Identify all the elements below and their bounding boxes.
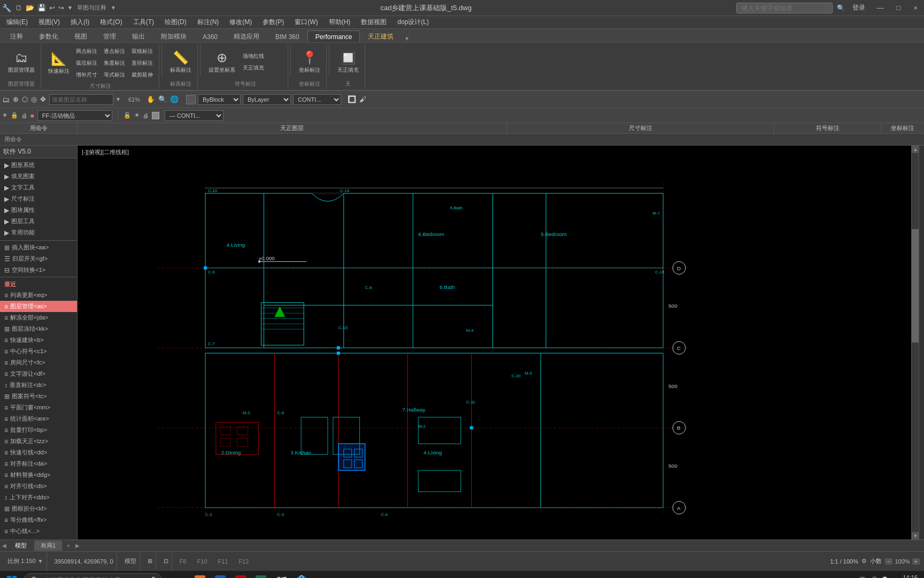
menu-window[interactable]: 窗口(W) [289,17,323,28]
menu-data-view[interactable]: 数据视图 [356,17,392,28]
taskbar-mic-icon[interactable]: 🎤 [147,576,156,579]
set-coord-btn[interactable]: ⊕ 设置坐标系 [206,49,238,75]
status-dyn[interactable]: F12 [235,558,252,565]
tab-parametric[interactable]: 参数化 [31,31,66,42]
layer2-print-icon[interactable]: 🖨 [143,112,149,119]
sidebar-item-freeze-layer[interactable]: ⊞ 图层冻结<kk> [0,323,77,334]
scroll-thumb-right[interactable] [912,229,919,343]
equal-annotate-btn[interactable]: 等式标注 [101,70,128,80]
status-polar[interactable]: F10 [194,558,210,565]
sidebar-item-quick-leader[interactable]: ≡ 快速引线<dd> [0,447,77,458]
minimize-button[interactable]: — [873,4,888,12]
layer-dropdown-arrow[interactable]: ▼ [116,96,121,102]
sidebar-item-centerline[interactable]: ≡ 中心线<...> [0,526,77,537]
taskbar-app-ps[interactable]: P [231,572,250,579]
color-swatch[interactable] [186,95,196,104]
layer2-linetype-select[interactable]: — CONTI... [165,110,224,121]
point-annotate-btn[interactable]: 逐点标注 [101,46,128,57]
canvas-tab-next[interactable]: ▶ [75,543,80,549]
transparency-icon[interactable]: 🔳 [348,95,356,103]
menu-annotate[interactable]: 标注(N) [192,17,225,28]
layer2-color-swatch[interactable] [152,112,159,119]
gear-icon[interactable]: ⚙ [861,558,867,565]
sidebar-item-layer-manage[interactable]: ≡ 图层管理<as> [0,301,77,312]
sidebar-item-align-leader[interactable]: ≡ 对齐引线<ds> [0,481,77,492]
sidebar-item-area-stats[interactable]: ≡ 统计面积<are> [0,413,77,424]
taskbar-app-folder[interactable]: 📁 [272,572,291,579]
undo-icon[interactable]: ↩ [49,4,55,12]
tool-icon-1[interactable]: ⊕ [13,95,19,103]
title-search-input[interactable] [736,3,833,13]
layer2-icon2[interactable]: 🔒 [11,112,18,119]
diameter-annotate-btn[interactable]: 直径标注 [129,58,156,69]
maximize-button[interactable]: □ [892,4,905,12]
canvas-tab-layout1[interactable]: 布局1 [34,541,62,551]
sidebar-item-center-symbol[interactable]: ≡ 中心符号<c1> [0,346,77,357]
tab-output[interactable]: 输出 [124,31,153,42]
sidebar-item-door-window[interactable]: ≡ 平面门窗<mm> [0,402,77,413]
linetype-select[interactable]: ByLayer [243,94,291,105]
tab-more[interactable]: ▼ [404,35,410,42]
layer-name-select[interactable]: FF-活动物品 [37,110,112,121]
tab-performance[interactable]: Performance [307,31,360,42]
layer2-icon4[interactable]: ■ [30,112,34,119]
double-line-btn[interactable]: 双线标注 [129,46,156,57]
coord-annotate-btn[interactable]: 📍 坐标标注 [296,49,323,75]
sidebar-item-load-tz[interactable]: ≡ 加载天正<tzz> [0,436,77,447]
layer2-icon1[interactable]: ☀ [2,112,7,119]
zoom-minus-btn[interactable]: − [885,558,892,565]
tab-selected-apps[interactable]: 精选应用 [226,31,267,42]
taskbar-app-excel[interactable]: E [251,572,271,579]
layer2-lock-icon[interactable]: 🔓 [124,112,131,119]
two-point-annotate-btn[interactable]: 两点标注 [73,46,100,57]
canvas-tab-model[interactable]: 模型 [9,541,33,551]
sidebar-item-quick-block[interactable]: ≡ 快速建块<b> [0,334,77,346]
match-prop-icon[interactable]: 🖌 [359,95,366,103]
tab-addmodule[interactable]: 附加模块 [153,31,195,42]
start-button[interactable] [2,572,21,579]
taskbar-search[interactable]: 🔍 在这里输入你要搜索的内容 🎤 [24,573,163,579]
sidebar-item-fill[interactable]: ▶ 填充图案 [0,171,77,182]
tab-manage[interactable]: 管理 [95,31,124,42]
dropdown-arrow[interactable]: ▼ [67,5,73,11]
sidebar-item-layer-switch[interactable]: ☰ 归层开关<gf> [0,253,77,264]
tool-icon-4[interactable]: ✥ [40,95,46,103]
scale-dropdown[interactable]: ▼ [38,558,43,564]
tray-sound[interactable]: 🔊 [869,576,878,579]
taskbar-app-cad[interactable]: A [190,572,210,579]
arc-annotate-btn[interactable]: 弧弦标注 [73,58,100,69]
layer-panel-icon[interactable]: 🗂 [2,95,10,104]
site-redline-btn[interactable]: 场地红线 [240,51,267,62]
sidebar-item-block[interactable]: ▶ 图块属性 [0,204,77,216]
tab-tianzheng[interactable]: 天正建筑 [360,31,402,42]
sidebar-item-graphics[interactable]: ▶ 图形系统 [0,159,77,171]
sidebar-item-frame-split[interactable]: ⊞ 图框折分<kf> [0,503,77,514]
menu-modify[interactable]: 修改(M) [224,17,257,28]
scroll-down-btn[interactable]: ▼ [912,532,919,539]
new-icon[interactable]: 🗋 [16,4,22,12]
tool-icon-3[interactable]: ◎ [31,95,37,103]
menu-insert[interactable]: 插入(I) [65,17,95,28]
menu-format[interactable]: 格式(O) [95,17,127,28]
tz-fill-btn[interactable]: 天正填充 [240,63,267,73]
sidebar-item-dim[interactable]: ▶ 尺寸标注 [0,193,77,204]
taskbar-app-word[interactable]: W [211,572,230,579]
sidebar-item-top-bottom-align[interactable]: ↕ 上下对齐<dds> [0,492,77,503]
tray-battery[interactable]: 🔋 [880,576,889,579]
elevation-annotate-btn[interactable]: 📏 标高标注 [167,49,194,75]
menu-dop[interactable]: dop设计(L) [392,17,434,28]
sidebar-item-pattern[interactable]: ⊞ 图案符号<tc> [0,391,77,402]
menu-draw[interactable]: 绘图(D) [159,17,192,28]
sidebar-item-divide-curve[interactable]: ≡ 等分曲线<ffx> [0,514,77,526]
sidebar-item-unfreeze-all[interactable]: ≡ 解冻全部<jda> [0,312,77,323]
scroll-up-btn[interactable]: ▲ [912,146,919,153]
zoom-plus-btn[interactable]: + [912,558,920,565]
menu-params[interactable]: 参数(P) [257,17,289,28]
tool-icon-2[interactable]: ⬡ [22,95,28,103]
sidebar-item-list-update[interactable]: ≡ 列表更新<eq> [0,290,77,301]
sidebar-item-vertical-dim[interactable]: ↕ 垂直标注<dc> [0,379,77,391]
menu-tools[interactable]: 工具(T) [128,17,159,28]
tz-fill-large-btn[interactable]: 🔲 天正填充 [335,49,361,75]
layer2-sun-icon[interactable]: ☀ [134,112,140,119]
canvas-area[interactable]: [-][俯视][二维线框] 4.Living 6.Bedroom [78,146,919,539]
